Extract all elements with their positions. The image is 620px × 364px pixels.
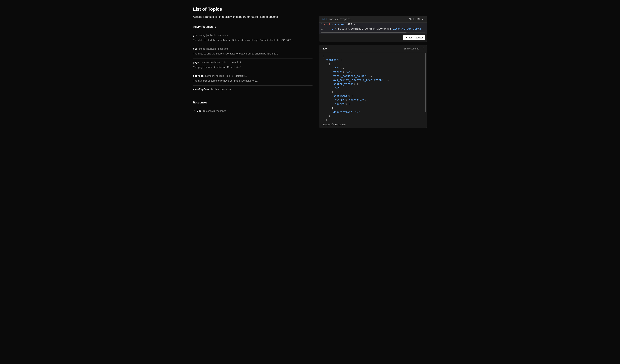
page-description: Access a ranked list of topics with supp… [193,15,312,18]
scrollbar-thumb[interactable] [321,31,406,33]
responses-heading: Responses [193,101,312,104]
code-token: --url [329,27,337,30]
json-token: 1 [341,66,343,70]
json-token: "…" [335,87,340,90]
json-token: "positive" [349,99,365,102]
response-200-row[interactable]: 200 Successful response [193,107,312,115]
test-request-button[interactable]: Test Request [403,35,425,40]
json-token: "title" [332,71,343,74]
show-schema-toggle[interactable]: Show Schema [404,47,424,50]
horizontal-scrollbar[interactable] [321,31,425,33]
response-tab-200[interactable]: 200 [322,45,327,52]
json-token: , [333,91,335,94]
param-description: The date to end the search. Defaults to … [193,52,312,56]
vertical-scrollbar[interactable] [425,53,426,120]
code-token: bilby.vercel.app/a [393,27,421,30]
param-type: string | nullable · date-time [199,47,229,50]
json-token: : [354,83,357,86]
json-token: : [349,95,352,98]
query-parameters-heading: Query Parameters [193,25,312,28]
json-token: "topics" [326,59,338,61]
parameter-perpage: perPage number | nullable · min: 1 · def… [193,72,312,86]
json-token: , [371,75,372,77]
json-token: , [327,119,328,121]
test-request-label: Test Request [409,36,423,39]
response-status-label: Successful response [319,121,427,128]
chevron-down-icon [422,18,424,20]
json-token: "…" [355,111,360,114]
param-description: The date to start the search from. Defau… [193,38,312,42]
response-panel: 200 Show Schema { "topics": [ { "id": 1,… [319,45,427,128]
parameter-lte: lte string | nullable · date-time The da… [193,45,312,59]
code-token: curl [324,23,330,26]
language-selector[interactable]: Shell cURL [408,18,424,21]
param-name: page [193,61,199,64]
json-token: 1 [369,75,371,77]
code-token: \ [352,23,355,26]
code-token: GET [347,23,352,26]
json-token: : [338,59,341,61]
request-panel: GET /api/v1/topics Shell cURL 1 curl --r… [319,16,427,42]
code-snippet[interactable]: 1 curl --request GET \ 2 --url https://t… [319,23,427,34]
json-token: , [333,107,335,110]
json-token: } [332,107,333,110]
json-token: , [343,66,344,70]
json-token: "avg_policy_lifecycle_prediction" [332,78,383,82]
json-token: "score" [335,103,346,106]
param-name: gte [193,34,198,37]
http-method: GET [322,18,327,21]
json-token: : [346,103,349,106]
param-type: number | nullable · min: 1 · default: 10 [205,74,247,77]
endpoint-path: /api/v1/topics [329,18,351,21]
code-token: --request [332,23,346,26]
play-icon [405,37,407,38]
line-number: 2 [319,27,324,31]
json-token: { [322,55,324,58]
code-token [324,27,329,30]
scrollbar-thumb[interactable] [425,53,426,112]
json-token: "search_terms" [332,83,354,86]
json-token: { [328,62,330,65]
param-name: showTopFour [193,88,210,91]
json-token: "description" [332,111,352,114]
json-token: ] [332,91,333,94]
param-name: lte [193,47,198,50]
json-token: 1 [349,103,350,106]
language-selector-label: Shell cURL [408,18,421,21]
json-token: "sentiment" [332,95,349,98]
json-token: } [328,115,330,118]
json-token: "total_document_count" [332,75,366,77]
show-schema-checkbox[interactable] [421,47,424,50]
json-token: : [343,71,346,74]
endpoint-row: GET /api/v1/topics [322,18,351,21]
json-token: : [346,99,349,102]
param-description: The page number to retrieve. Defaults to… [193,65,312,69]
chevron-right-icon [193,110,195,112]
json-token: 1 [387,78,388,82]
code-token: https://terminal-general-a90kbtho8- [337,27,393,30]
line-number: 1 [319,23,324,27]
json-token: ] [326,119,327,121]
json-token: : [366,75,369,77]
json-token: "…" [346,71,350,74]
parameter-list: gte string | nullable · date-time The da… [193,31,312,95]
json-token: [ [341,59,343,61]
response-code: 200 [197,109,202,112]
json-token: "id" [332,66,338,70]
json-token: , [388,78,389,82]
json-token: , [350,71,352,74]
response-label: Successful response [203,109,226,112]
json-token: , [365,99,366,102]
json-token: : [338,66,341,70]
param-description: The number of items to retrieve per page… [193,79,312,83]
parameter-page: page number | nullable · min: 1 · defaul… [193,59,312,72]
response-json-body[interactable]: { "topics": [ { "id": 1, "title": "…", "… [319,52,427,121]
parameter-showtopfour: showTopFour boolean | nullable [193,86,312,95]
json-token: : [352,111,355,114]
page-title: List of Topics [193,7,312,12]
param-type: boolean | nullable [211,88,231,91]
json-token: "value" [335,99,346,102]
json-token: : [383,78,387,82]
show-schema-label: Show Schema [404,47,419,50]
param-type: number | nullable · min: 1 · default: 1 [201,61,241,64]
